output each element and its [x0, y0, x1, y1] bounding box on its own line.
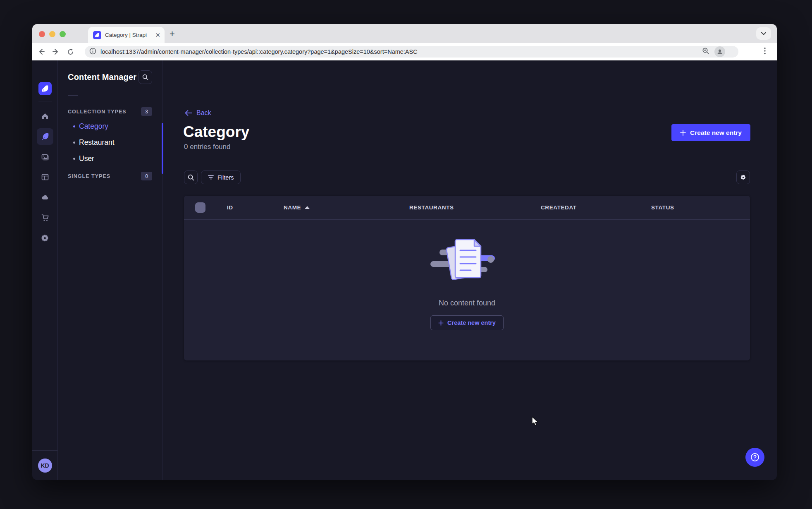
single-types-header: SINGLE TYPES 0 — [68, 172, 152, 180]
browser-tabstrip: Category | Strapi ✕ + — [32, 24, 777, 43]
entries-count: 0 entries found — [184, 143, 230, 151]
sort-ascending-icon — [305, 206, 310, 209]
column-header-createdat[interactable]: CREATEDAT — [541, 204, 651, 211]
sidebar-divider — [38, 101, 52, 101]
entries-table: ID NAME RESTAURANTS CREATEDAT STATUS — [184, 196, 750, 360]
collection-types-list: Category Restaurant User — [68, 118, 152, 167]
sidebar-item-content-type-builder[interactable] — [37, 169, 53, 185]
subnav-item-restaurant[interactable]: Restaurant — [68, 134, 152, 151]
view-settings-button[interactable] — [736, 170, 750, 184]
collection-types-header: COLLECTION TYPES 3 — [68, 107, 152, 116]
minimize-window-button[interactable] — [49, 31, 55, 37]
bullet-icon — [73, 158, 75, 160]
column-header-name[interactable]: NAME — [284, 204, 409, 211]
column-header-status[interactable]: STATUS — [651, 204, 750, 211]
empty-create-entry-button[interactable]: Create new entry — [430, 315, 504, 330]
create-new-entry-button[interactable]: Create new entry — [671, 124, 750, 141]
page-title: Category — [183, 123, 249, 141]
sidebar-item-settings[interactable] — [37, 230, 53, 246]
url-bar[interactable]: localhost:1337/admin/content-manager/col… — [85, 46, 738, 58]
sidebar-user-area: KD — [32, 450, 57, 480]
plus-icon — [680, 130, 686, 136]
search-icon — [188, 174, 194, 181]
gear-icon — [740, 174, 747, 181]
empty-create-entry-label: Create new entry — [447, 319, 496, 326]
sidebar-item-content-manager[interactable] — [37, 128, 53, 145]
subnav-item-label: Restaurant — [79, 138, 115, 147]
url-text: localhost:1337/admin/content-manager/col… — [100, 48, 418, 55]
browser-tab[interactable]: Category | Strapi ✕ — [88, 27, 165, 43]
forward-nav-icon[interactable] — [50, 43, 62, 60]
content-manager-subnav: Content Manager COLLECTION TYPES 3 Categ… — [58, 60, 162, 480]
browser-toolbar: localhost:1337/admin/content-manager/col… — [32, 43, 777, 60]
filters-label: Filters — [217, 174, 234, 181]
column-header-name-label: NAME — [284, 204, 301, 211]
table-header-row: ID NAME RESTAURANTS CREATEDAT STATUS — [184, 196, 750, 220]
subnav-item-label: Category — [79, 122, 108, 131]
browser-window: Category | Strapi ✕ + local — [32, 24, 777, 480]
sidebar-item-home[interactable] — [37, 108, 53, 125]
column-header-restaurants[interactable]: RESTAURANTS — [409, 204, 541, 211]
subnav-item-label: User — [79, 154, 94, 163]
search-entries-button[interactable] — [184, 170, 198, 184]
back-arrow-icon — [185, 110, 192, 116]
subnav-title: Content Manager — [68, 72, 136, 82]
list-actions: Filters — [184, 170, 241, 184]
sidebar-item-deploy-cloud[interactable] — [37, 189, 53, 206]
reload-icon[interactable] — [64, 43, 76, 60]
desktop: Category | Strapi ✕ + local — [0, 0, 812, 509]
subnav-divider — [68, 95, 78, 96]
window-controls — [39, 31, 66, 37]
create-new-entry-label: Create new entry — [690, 129, 742, 137]
sidebar-item-media-library[interactable] — [37, 149, 53, 165]
single-types-count-badge: 0 — [141, 172, 152, 180]
collection-types-label: COLLECTION TYPES — [68, 109, 127, 115]
filter-icon — [208, 175, 214, 180]
main-nav-sidebar: KD — [32, 60, 58, 480]
mouse-cursor — [530, 416, 540, 427]
empty-state-message: No content found — [439, 299, 495, 307]
bullet-icon — [73, 142, 75, 144]
strapi-logo[interactable] — [38, 82, 52, 95]
no-content-illustration — [428, 236, 506, 284]
new-tab-button[interactable]: + — [170, 29, 175, 39]
main-content: Back Category 0 entries found Create new… — [162, 60, 777, 480]
tab-close-icon[interactable]: ✕ — [155, 31, 160, 39]
back-link[interactable]: Back — [185, 109, 211, 117]
strapi-admin: KD Content Manager COLLECTION TYPES 3 — [32, 60, 777, 480]
help-button[interactable] — [745, 448, 764, 467]
subnav-item-category[interactable]: Category — [68, 118, 152, 134]
site-info-icon[interactable] — [89, 48, 96, 56]
maximize-window-button[interactable] — [60, 31, 66, 37]
question-icon — [750, 452, 760, 462]
sidebar-item-marketplace[interactable] — [37, 209, 53, 226]
browser-menu-icon[interactable] — [764, 47, 766, 56]
strapi-favicon — [93, 31, 101, 39]
user-avatar[interactable]: KD — [38, 459, 52, 473]
column-header-id[interactable]: ID — [227, 204, 284, 211]
subnav-item-user[interactable]: User — [68, 151, 152, 167]
close-window-button[interactable] — [39, 31, 45, 37]
bullet-icon — [73, 125, 75, 127]
subnav-search-button[interactable] — [139, 70, 152, 84]
tab-title: Category | Strapi — [105, 32, 152, 38]
single-types-label: SINGLE TYPES — [68, 173, 110, 179]
select-all-checkbox[interactable] — [195, 202, 205, 213]
back-label: Back — [196, 109, 211, 117]
zoom-page-icon[interactable] — [702, 47, 709, 56]
collection-types-count-badge: 3 — [141, 107, 152, 116]
browser-profile-avatar[interactable] — [714, 46, 725, 57]
empty-state: No content found Create new entry — [184, 220, 750, 360]
plus-icon — [438, 320, 444, 326]
filters-button[interactable]: Filters — [201, 170, 241, 184]
tab-search-chevron-icon[interactable] — [756, 27, 771, 40]
back-nav-icon[interactable] — [36, 43, 47, 60]
